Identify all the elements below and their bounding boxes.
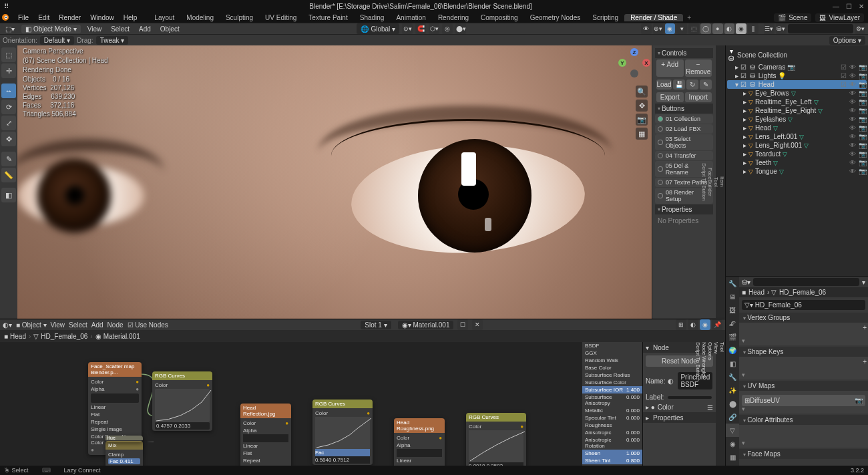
shading-matprev[interactable]: ◐	[724, 23, 735, 34]
menu-file[interactable]: File	[13, 14, 33, 21]
panel-vertex-groups[interactable]: Vertex Groups	[739, 313, 868, 323]
panel-face-maps[interactable]: Face Maps	[739, 449, 868, 459]
viewlayer-dropdown[interactable]: 🖼 ViewLayer	[815, 13, 864, 22]
ptab-render[interactable]: 🖥	[726, 290, 739, 303]
load-button[interactable]: Load	[656, 80, 672, 90]
crumb-mesh[interactable]: ▽ HD_Female_06	[33, 333, 87, 340]
tool-rotate[interactable]: ⟳	[1, 100, 16, 114]
options-dropdown[interactable]: Options ▾	[829, 36, 865, 45]
tool-transform[interactable]: ✥	[1, 132, 16, 146]
bsdf-row[interactable]: Random Walk	[582, 357, 642, 364]
material-dropdown[interactable]: ◉▾ Material.001	[398, 321, 454, 329]
outliner-lights[interactable]: ▸ ☑⛁Lights 💡☑👁📷	[727, 71, 867, 80]
ne-shading-active[interactable]: ◉	[700, 319, 710, 330]
uv-item[interactable]: ⊞ DiffuseUV📷	[742, 395, 865, 406]
bsdf-row[interactable]: Sheen Tint0.800	[582, 457, 642, 464]
bsdf-row[interactable]: Subsurface Color	[582, 379, 642, 386]
menu-view[interactable]: View	[85, 25, 105, 33]
outliner-item-head[interactable]: ▸▽Head ▽👁📷	[727, 124, 867, 132]
tab-modeling[interactable]: Modeling	[180, 14, 220, 21]
shading-rendered[interactable]: ◉	[736, 23, 746, 34]
props-search[interactable]	[753, 278, 859, 286]
pivot-dropdown[interactable]: ⊙▾	[402, 23, 413, 34]
outliner-cameras[interactable]: ▸ ☑⛁Cameras 📷☑👁📷	[727, 63, 867, 71]
render-icon[interactable]: 📷	[859, 63, 867, 71]
vtab-tool[interactable]: Tool	[713, 45, 719, 319]
shading-wire[interactable]: ◯	[700, 23, 711, 34]
editor-type-icon[interactable]: ◐▾	[3, 321, 12, 329]
menu-render[interactable]: Render	[54, 14, 85, 21]
props-editor-icon[interactable]: ⛁▾	[742, 279, 750, 286]
mode-dropdown[interactable]: ◧ Object Mode ▾	[21, 25, 81, 33]
eye-icon[interactable]: 👁	[849, 63, 856, 71]
slot-dropdown[interactable]: Slot 1 ▾	[361, 321, 391, 329]
node-image-texture-roughness[interactable]: Head Roughness.png Color● Alpha Linear F…	[394, 418, 445, 466]
display-mode-icon[interactable]: ⛁▾	[776, 23, 787, 34]
outliner-item-realtime-eye-left[interactable]: ▸▽Realtime_Eye_Left ▽👁📷	[727, 98, 867, 106]
tab-sculpting[interactable]: Sculpting	[220, 14, 259, 21]
outliner-editor-icon[interactable]: ☰▾	[764, 23, 775, 34]
tab-uv-editing[interactable]: UV Editing	[259, 14, 302, 21]
save-icon[interactable]: 💾	[673, 80, 685, 90]
xray-toggle[interactable]: ⬚	[688, 23, 699, 34]
node-principled-bsdf[interactable]: BSDFGGXRandom WalkBase ColorSubsurface R…	[582, 342, 642, 466]
ne-vtab-tool[interactable]: Tool	[719, 342, 725, 466]
ne-vtab-view[interactable]: View	[713, 342, 719, 466]
outliner-item-tongue[interactable]: ▸▽Tongue ▽👁📷	[727, 167, 867, 176]
menu-window[interactable]: Window	[85, 14, 119, 21]
ptab-viewlayer[interactable]: 🖇	[726, 317, 739, 330]
ptab-particles[interactable]: ✨	[726, 383, 739, 397]
bsdf-row[interactable]: Roughness	[582, 422, 642, 429]
ptab-scene[interactable]: 🎬	[726, 330, 739, 343]
bsdf-row[interactable]: Clearcoat0.000	[582, 464, 642, 466]
menu-edit[interactable]: Edit	[33, 14, 54, 21]
overlays-toggle[interactable]: ◉	[665, 23, 676, 34]
tab-texture-paint[interactable]: Texture Paint	[302, 14, 353, 21]
axis-x-icon[interactable]: X	[642, 59, 650, 67]
close-icon[interactable]: ✕	[859, 3, 864, 10]
tab-animation[interactable]: Animation	[390, 14, 431, 21]
node-graph[interactable]: Face_Scatter map Blender.p... Color● Alp…	[0, 342, 642, 466]
bsdf-row[interactable]: Metallic0.000	[582, 407, 642, 414]
outliner-item-lens-right-001[interactable]: ▸▽Lens_Right.001 ▽👁📷	[727, 141, 867, 150]
maximize-icon[interactable]: ☐	[846, 3, 852, 10]
material-unlink-icon[interactable]: ✕	[472, 319, 483, 330]
node-image-texture-reflection[interactable]: Head Reflection.jpg Color● Alpha Linear …	[240, 404, 291, 466]
crumb-material[interactable]: ◉ Material.001	[95, 333, 140, 340]
bsdf-row[interactable]: BSDF	[582, 342, 642, 349]
outliner-root[interactable]: ▾ ⛁ Scene Collection	[727, 47, 867, 63]
tab-compositing[interactable]: Compositing	[475, 14, 524, 21]
menu-select[interactable]: Select	[108, 25, 132, 33]
ptab-constraints[interactable]: 🔗	[726, 410, 739, 424]
ne-dd-object[interactable]: ■ Object ▾	[16, 321, 47, 329]
minimize-icon[interactable]: —	[833, 3, 839, 10]
tab-geometry-nodes[interactable]: Geometry Nodes	[524, 14, 587, 21]
outliner-item-teeth[interactable]: ▸▽Teeth ▽👁📷	[727, 158, 867, 167]
bsdf-row[interactable]: GGX	[582, 349, 642, 357]
panel-color-attrs[interactable]: Color Attributes	[739, 415, 868, 425]
ptab-material[interactable]: ◉	[726, 437, 739, 450]
ptab-tool[interactable]: 🔧	[726, 277, 739, 290]
ne-pin-icon[interactable]: 📌	[712, 319, 722, 330]
outliner-item-realtime-eye-right[interactable]: ▸▽Realtime_Eye_Right ▽👁📷	[727, 106, 867, 115]
node-mix[interactable]: Mix Clamp Fac 0.411 Color1 Color2	[105, 441, 143, 466]
ptab-texture[interactable]: ▦	[726, 450, 739, 464]
tab-layout[interactable]: Layout	[148, 14, 180, 21]
ptab-physics[interactable]: ⬤	[726, 397, 739, 410]
ne-menu-add[interactable]: Add	[91, 321, 103, 329]
node-hue[interactable]: Hue	[105, 436, 143, 442]
outliner-search[interactable]	[788, 24, 854, 33]
overlays-options[interactable]: ▾	[676, 23, 687, 34]
outliner-item-tearduct[interactable]: ▸▽Tearduct ▽👁📷	[727, 150, 867, 158]
menu-add[interactable]: Add	[136, 25, 154, 33]
ne-vtab-options[interactable]: Options	[707, 342, 713, 466]
tool-add[interactable]: ◧	[1, 188, 16, 202]
perspective-toggle-icon[interactable]: ▦	[636, 128, 648, 140]
proportional-toggle[interactable]: ◎	[442, 23, 453, 34]
node-rgb-curves-3[interactable]: RGB Curves Color● 0.8018 0.2583	[466, 413, 526, 466]
vtab-facebuilder[interactable]: FaceBuilder	[707, 45, 713, 319]
add-button[interactable]: Add	[656, 59, 684, 77]
bsdf-row[interactable]: Specular Tint0.000	[582, 414, 642, 422]
tab-rendering[interactable]: Rendering	[432, 14, 475, 21]
ne-menu-node[interactable]: Node	[107, 321, 124, 329]
